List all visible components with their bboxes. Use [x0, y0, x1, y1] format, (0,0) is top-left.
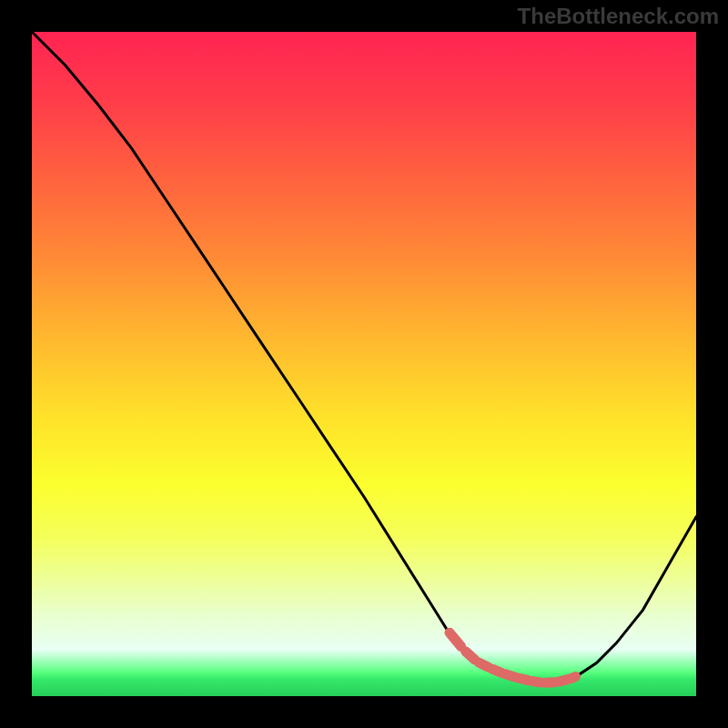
- curve-svg: [32, 32, 696, 696]
- valley-markers: [450, 632, 576, 682]
- valley-marker-segment: [506, 674, 515, 677]
- valley-marker-segment: [545, 682, 554, 683]
- valley-marker-segment: [492, 669, 501, 672]
- valley-marker-segment: [532, 682, 541, 683]
- plot-area: [32, 32, 696, 696]
- valley-marker-segment: [450, 632, 461, 646]
- bottleneck-curve: [32, 32, 696, 682]
- valley-marker-segment: [519, 678, 528, 681]
- chart-frame: TheBottleneck.com: [0, 0, 728, 728]
- watermark-text: TheBottleneck.com: [518, 4, 719, 29]
- valley-marker-segment: [571, 677, 575, 679]
- valley-marker-segment: [466, 652, 475, 660]
- valley-marker-segment: [479, 662, 488, 667]
